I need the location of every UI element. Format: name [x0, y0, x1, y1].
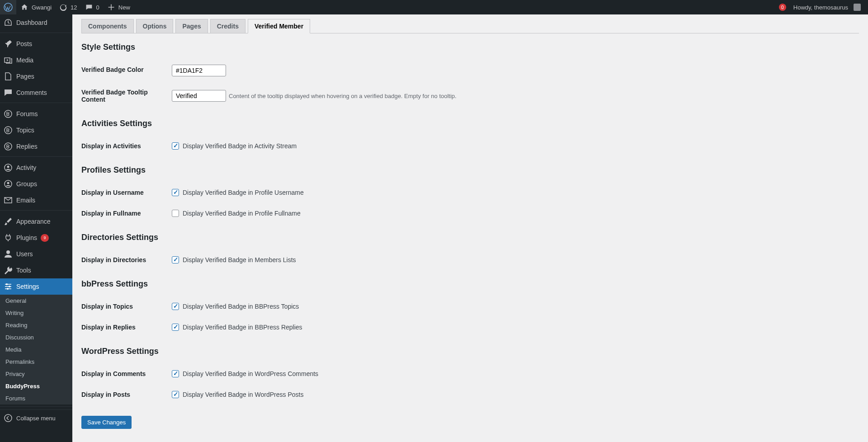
label-display-activities: Display in Activities	[81, 136, 172, 156]
pin-icon	[4, 39, 13, 48]
menu-comments[interactable]: Comments	[0, 85, 72, 101]
checkbox-wrap-comments[interactable]: Display Verified Badge in WordPress Comm…	[172, 370, 854, 377]
menu-settings[interactable]: Settings	[0, 278, 72, 295]
home-icon	[20, 3, 29, 12]
cb-label: Display Verified Badge in BBPress Replie…	[183, 324, 302, 331]
menu-emails[interactable]: Emails	[0, 192, 72, 208]
svg-point-7	[7, 182, 9, 184]
submenu-general[interactable]: General	[0, 295, 72, 307]
checkbox-wrap-directories[interactable]: Display Verified Badge in Members Lists	[172, 256, 854, 263]
sliders-icon	[4, 282, 13, 291]
account-link[interactable]: Howdy, themosaurus	[790, 0, 864, 14]
label-display-posts: Display in Posts	[81, 384, 172, 405]
checkbox-comments[interactable]	[172, 370, 179, 377]
cb-label: Display Verified Badge in Profile Userna…	[183, 189, 304, 196]
submenu-discussion[interactable]: Discussion	[0, 331, 72, 343]
buddypress-icon	[4, 163, 13, 172]
label-display-comments: Display in Comments	[81, 363, 172, 384]
menu-label: Posts	[16, 40, 32, 47]
comments-link[interactable]: 0	[81, 0, 103, 14]
menu-pages[interactable]: Pages	[0, 68, 72, 85]
menu-topics[interactable]: Topics	[0, 122, 72, 138]
section-bbpress: bbPress Settings	[81, 279, 859, 289]
checkbox-wrap-username[interactable]: Display Verified Badge in Profile Userna…	[172, 189, 854, 196]
submenu-reading[interactable]: Reading	[0, 319, 72, 331]
menu-groups[interactable]: Groups	[0, 176, 72, 192]
notifications-link[interactable]: 0	[775, 0, 790, 14]
menu-dashboard[interactable]: Dashboard	[0, 14, 72, 31]
menu-label: Forums	[16, 110, 38, 118]
label-display-replies: Display in Replies	[81, 317, 172, 338]
page-icon	[4, 72, 13, 81]
checkbox-topics[interactable]	[172, 303, 179, 310]
svg-point-13	[5, 414, 12, 422]
menu-label: Appearance	[16, 218, 51, 225]
checkbox-activities[interactable]	[172, 142, 179, 150]
submenu-buddypress[interactable]: BuddyPress	[0, 380, 72, 392]
menu-label: Plugins	[16, 234, 37, 241]
site-name-link[interactable]: Gwangi	[16, 0, 55, 14]
checkbox-wrap-replies[interactable]: Display Verified Badge in BBPress Replie…	[172, 324, 854, 331]
cb-label: Display Verified Badge in Members Lists	[183, 256, 296, 263]
menu-label: Topics	[16, 127, 34, 134]
checkbox-posts[interactable]	[172, 391, 179, 398]
updates-link[interactable]: 12	[55, 0, 80, 14]
checkbox-wrap-topics[interactable]: Display Verified Badge in BBPress Topics	[172, 303, 854, 310]
comment-icon	[85, 3, 94, 12]
save-button[interactable]: Save Changes	[81, 416, 132, 429]
menu-label: Tools	[16, 267, 31, 274]
menu-replies[interactable]: Replies	[0, 138, 72, 155]
checkbox-wrap-fullname[interactable]: Display Verified Badge in Profile Fullna…	[172, 210, 854, 217]
checkbox-replies[interactable]	[172, 324, 179, 331]
collapse-label: Collapse menu	[16, 415, 56, 422]
comment-icon	[4, 88, 13, 97]
submenu-permalinks[interactable]: Permalinks	[0, 356, 72, 368]
menu-label: Replies	[16, 143, 38, 150]
input-badge-color[interactable]	[172, 65, 226, 76]
checkbox-directories[interactable]	[172, 256, 179, 263]
section-style: Style Settings	[81, 42, 859, 52]
submenu-media[interactable]: Media	[0, 343, 72, 356]
menu-appearance[interactable]: Appearance	[0, 213, 72, 230]
input-badge-tooltip[interactable]	[172, 90, 226, 102]
menu-label: Users	[16, 250, 33, 258]
checkbox-fullname[interactable]	[172, 210, 179, 217]
tab-pages[interactable]: Pages	[175, 19, 208, 33]
admin-sidebar: Dashboard Posts Media Pages Comments For…	[0, 14, 72, 442]
menu-posts[interactable]: Posts	[0, 36, 72, 52]
label-badge-tooltip: Verified Badge Tooltip Content	[81, 82, 172, 110]
tab-credits[interactable]: Credits	[210, 19, 245, 33]
admin-toolbar: Gwangi 12 0 New 0 Howdy, themosaurus	[0, 0, 868, 14]
user-icon	[4, 249, 13, 259]
menu-activity[interactable]: Activity	[0, 160, 72, 176]
howdy-label: Howdy, themosaurus	[793, 4, 848, 11]
tab-options[interactable]: Options	[136, 19, 174, 33]
section-profiles: Profiles Settings	[81, 165, 859, 175]
menu-media[interactable]: Media	[0, 52, 72, 68]
submenu-privacy[interactable]: Privacy	[0, 368, 72, 380]
menu-tools[interactable]: Tools	[0, 262, 72, 278]
section-activities: Activities Settings	[81, 119, 859, 128]
checkbox-wrap-posts[interactable]: Display Verified Badge in WordPress Post…	[172, 391, 854, 398]
menu-plugins[interactable]: Plugins9	[0, 230, 72, 246]
menu-users[interactable]: Users	[0, 246, 72, 262]
tab-components[interactable]: Components	[81, 19, 134, 33]
site-name-label: Gwangi	[32, 4, 52, 11]
cb-label: Display Verified Badge in Activity Strea…	[183, 142, 297, 150]
checkbox-wrap-activities[interactable]: Display Verified Badge in Activity Strea…	[172, 142, 854, 150]
submenu-forums[interactable]: Forums	[0, 392, 72, 404]
svg-point-5	[7, 166, 9, 168]
bbpress-icon	[4, 142, 13, 151]
notif-count: 0	[779, 4, 786, 11]
checkbox-username[interactable]	[172, 189, 179, 196]
tab-verified-member[interactable]: Verified Member	[248, 19, 310, 33]
collapse-menu[interactable]: Collapse menu	[0, 409, 72, 426]
menu-label: Settings	[16, 283, 39, 290]
submenu-writing[interactable]: Writing	[0, 307, 72, 319]
menu-forums[interactable]: Forums	[0, 106, 72, 122]
wp-logo[interactable]	[0, 0, 16, 14]
new-content-link[interactable]: New	[103, 0, 134, 14]
collapse-icon	[4, 414, 13, 423]
avatar-icon	[854, 4, 861, 11]
menu-label: Comments	[16, 89, 47, 96]
